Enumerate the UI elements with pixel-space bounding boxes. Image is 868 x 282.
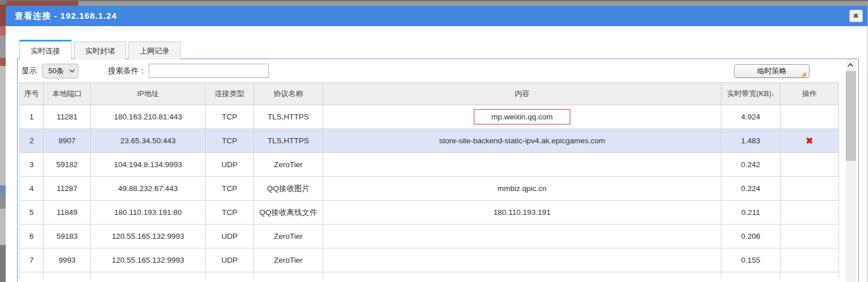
cell-content [323, 153, 721, 177]
background-page-fragment [6, 1, 78, 6]
table-row[interactable]: 7 9993 120.55.165.132:9993 UDP ZeroTier … [20, 248, 839, 272]
cell-ip: 120.55.165.132:9993 [91, 225, 206, 248]
table-row[interactable]: 4 11287 49.88.232.67:443 TCP QQ接收图片 mmbi… [20, 177, 839, 201]
tab-realtime-blocking[interactable]: 实时封堵 [74, 42, 126, 60]
close-icon[interactable]: ✖ [849, 10, 863, 22]
scrollbar-thumb[interactable] [846, 71, 856, 161]
cell-no: 1 [20, 105, 44, 129]
cell-protocol: ZeroTier [254, 248, 323, 272]
cell-bandwidth: 0.155 [721, 248, 781, 272]
cell-protocol: QQ接收图片 [254, 177, 323, 201]
show-label: 显示 [22, 66, 37, 76]
cell-no: 6 [20, 225, 44, 248]
delete-connection-icon[interactable]: ✖ [806, 136, 813, 146]
cell-connection-type: UDP [206, 248, 254, 272]
header-connection-type: 连接类型 [206, 83, 254, 105]
cell-local-port: 8907 [44, 129, 91, 153]
cell-content [323, 272, 721, 279]
header-content: 内容 [323, 83, 721, 105]
cell-bandwidth [721, 272, 781, 279]
cell-bandwidth: 0.206 [721, 225, 781, 248]
cell-protocol: TLS,HTTPS [254, 105, 323, 129]
cell-no: 2 [20, 129, 44, 153]
highlighted-content: mp.weixin.qq.com [474, 109, 570, 125]
table-row[interactable]: 3 59182 104.194.8.134:9993 UDP ZeroTier … [20, 153, 839, 177]
cell-local-port: 9993 [44, 248, 91, 272]
cell-no: 4 [20, 177, 44, 201]
scroll-up-icon[interactable] [846, 60, 856, 70]
table-row[interactable]: 6 59183 120.55.165.132:9993 UDP ZeroTier… [20, 225, 839, 248]
cell-operation [781, 272, 839, 279]
page-size-select[interactable]: 50条 [42, 64, 78, 78]
table-row[interactable]: 1 11281 180.163.210.81:443 TCP TLS,HTTPS… [20, 105, 839, 129]
controls-row: 显示 50条 搜索条件： 临时策略 ◢ [18, 59, 858, 82]
cell-local-port: 59183 [44, 225, 91, 248]
cell-connection-type [206, 272, 254, 279]
cell-bandwidth: 4.924 [721, 105, 781, 129]
cell-operation [781, 201, 839, 225]
cell-no: 5 [20, 201, 44, 225]
connections-table: 序号 本地端口 IP地址 连接类型 协议名称 内容 实时带宽(KB)↓ 操作 1… [19, 82, 839, 279]
cell-operation: ✖ [781, 129, 839, 153]
cell-operation [781, 225, 839, 248]
cell-content: store-site-backend-static-ipv4.ak.epicga… [323, 129, 721, 153]
chevron-down-icon [69, 67, 75, 73]
view-connections-dialog: 查看连接 - 192.168.1.24 ✖ 实时连接 实时封堵 上网记录 显示 … [6, 6, 868, 282]
tab-label: 上网记录 [140, 46, 169, 56]
dialog-title: 查看连接 - 192.168.1.24 [15, 11, 117, 22]
tab-content-panel: 显示 50条 搜索条件： 临时策略 ◢ [17, 59, 859, 282]
cell-content: 180.110.193.191 [323, 201, 721, 225]
background-page-top [0, 0, 868, 6]
cell-ip: 180.110.193.191:80 [91, 201, 206, 225]
table-row[interactable]: 5 11849 180.110.193.191:80 TCP QQ接收离线文件 … [20, 201, 839, 225]
cell-bandwidth: 0.224 [721, 177, 781, 201]
cell-content [323, 225, 721, 248]
cell-no: 7 [20, 248, 44, 272]
cell-bandwidth: 0.242 [721, 153, 781, 177]
table-row[interactable]: 2 8907 23.65.34.50:443 TCP TLS,HTTPS sto… [20, 129, 839, 153]
cell-content: mp.weixin.qq.com [323, 105, 721, 129]
cell-connection-type: UDP [206, 153, 254, 177]
table-row-partial [20, 272, 839, 279]
cell-operation [781, 248, 839, 272]
header-bandwidth[interactable]: 实时带宽(KB)↓ [721, 83, 781, 105]
tab-realtime-connections[interactable]: 实时连接 [19, 40, 72, 60]
header-bandwidth-label: 实时带宽(KB) [727, 89, 771, 98]
cell-bandwidth: 0.211 [721, 201, 781, 225]
cell-connection-type: TCP [206, 201, 254, 225]
search-input[interactable] [149, 64, 269, 78]
cell-connection-type: TCP [206, 105, 254, 129]
sort-desc-icon: ↓ [771, 90, 775, 97]
cell-ip: 49.88.232.67:443 [91, 177, 206, 201]
cell-protocol: ZeroTier [254, 153, 323, 177]
cell-ip: 23.65.34.50:443 [91, 129, 206, 153]
tab-bar: 实时连接 实时封堵 上网记录 [19, 40, 181, 60]
cell-local-port: 11849 [44, 201, 91, 225]
header-local-port: 本地端口 [44, 83, 91, 105]
header-operation: 操作 [781, 83, 839, 105]
temporary-policy-label: 临时策略 [757, 66, 787, 76]
cell-content: mmbiz.qpic.cn [323, 177, 721, 201]
page-size-value: 50条 [48, 66, 64, 76]
cell-connection-type: UDP [206, 225, 254, 248]
table-header-row: 序号 本地端口 IP地址 连接类型 协议名称 内容 实时带宽(KB)↓ 操作 [20, 83, 839, 105]
cell-no: 3 [20, 153, 44, 177]
temporary-policy-button[interactable]: 临时策略 ◢ [734, 64, 809, 78]
tab-label: 实时封堵 [85, 46, 115, 56]
table-body: 1 11281 180.163.210.81:443 TCP TLS,HTTPS… [20, 105, 839, 279]
cell-connection-type: TCP [206, 177, 254, 201]
cell-operation [781, 153, 839, 177]
cell-ip [91, 272, 206, 279]
cell-local-port: 11281 [44, 105, 91, 129]
cell-operation [781, 105, 839, 129]
screen: 查看连接 - 192.168.1.24 ✖ 实时连接 实时封堵 上网记录 显示 … [0, 0, 868, 282]
cell-no [20, 272, 44, 279]
tab-internet-records[interactable]: 上网记录 [128, 42, 181, 60]
vertical-scrollbar[interactable] [846, 60, 856, 282]
cell-local-port [44, 272, 91, 279]
cell-protocol: QQ接收离线文件 [254, 201, 323, 225]
cell-operation [781, 177, 839, 201]
cell-content [323, 248, 721, 272]
cell-connection-type: TCP [206, 129, 254, 153]
dialog-titlebar: 查看连接 - 192.168.1.24 ✖ [6, 6, 867, 26]
